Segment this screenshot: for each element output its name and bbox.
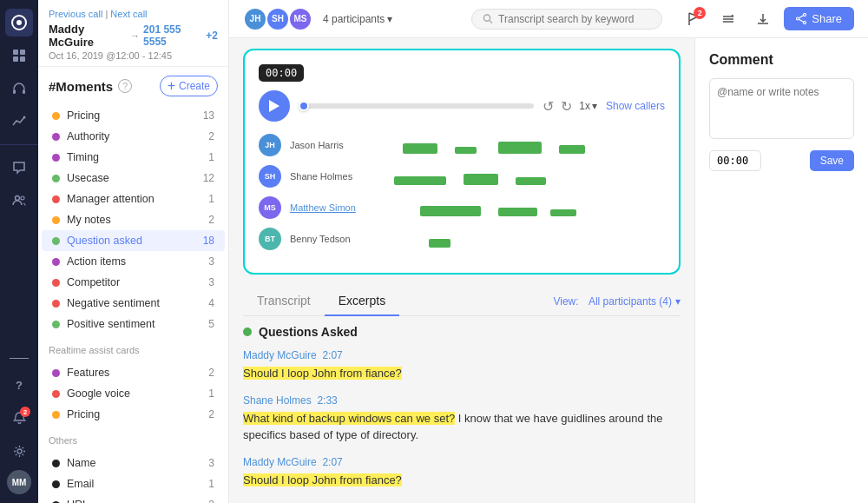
sidebar-item-timing[interactable]: Timing1 (42, 147, 225, 168)
notification-icon[interactable]: 2 (5, 404, 33, 432)
track-name: Jason Harris (290, 140, 368, 150)
sidebar-item-positive-sentiment[interactable]: Positive sentiment5 (42, 314, 225, 334)
section-title: Questions Asked (259, 325, 358, 339)
progress-bar[interactable] (299, 103, 534, 109)
transcript-text: What kind of backup windows can we set? … (243, 410, 681, 444)
speed-chevron: ▾ (592, 100, 597, 112)
team-icon[interactable] (5, 187, 33, 215)
avatar-2: SH (266, 7, 290, 31)
sidebar-item-manager-attention[interactable]: Manager attention1 (42, 189, 225, 209)
others-item-email[interactable]: Email1 (42, 473, 225, 494)
call-time: Oct 16, 2019 @12:00 - 12:45 (49, 50, 218, 61)
settings-icon[interactable] (5, 437, 33, 465)
transcript-meta: Maddy McGuire 2:07 (243, 349, 681, 361)
svg-line-21 (799, 16, 804, 18)
svg-point-12 (484, 15, 490, 21)
transcript-time: 2:07 (322, 456, 342, 468)
search-input[interactable] (498, 13, 651, 25)
participants-label[interactable]: 4 participants ▾ (323, 13, 392, 25)
comment-input[interactable] (709, 78, 854, 139)
speaker-name: Maddy McGuire (243, 456, 317, 468)
logo-icon[interactable] (5, 9, 33, 36)
sidebar-item-my-notes[interactable]: My notes2 (42, 209, 225, 230)
speaker-name: Maddy McGuire (243, 349, 317, 361)
search-icon (483, 13, 493, 24)
speed-control[interactable]: 1x ▾ (579, 100, 597, 112)
svg-point-9 (16, 196, 20, 201)
transcript-meta: Shane Holmes 2:33 (243, 394, 681, 407)
nav-separator (10, 358, 29, 360)
current-time: 00:00 (259, 64, 304, 82)
track-name[interactable]: Matthew Simon (290, 202, 368, 213)
svg-line-13 (490, 21, 492, 23)
track-row: SH Shane Holmes (259, 165, 665, 188)
track-row: JH Jason Harris (259, 134, 665, 156)
view-filter[interactable]: View: All participants (4) ▾ (553, 295, 681, 308)
previous-call-link[interactable]: Previous call (49, 9, 102, 19)
moments-help-icon[interactable]: ? (118, 79, 132, 93)
comment-time-input[interactable] (709, 150, 761, 171)
forward-icon[interactable]: ↻ (561, 98, 572, 115)
flag-icon[interactable]: 2 (680, 5, 707, 33)
comment-title: Comment (709, 52, 854, 68)
player-controls: ↺ ↻ 1x ▾ (542, 98, 597, 115)
others-item-url[interactable]: URL3 (42, 494, 225, 503)
tab-transcript[interactable]: Transcript (243, 287, 325, 316)
others-section-title: Others (38, 428, 228, 449)
download-icon[interactable] (749, 5, 777, 33)
share-button[interactable]: Share (784, 7, 854, 30)
chat-icon[interactable] (5, 154, 33, 182)
avatar-3: MS (288, 7, 312, 31)
play-button[interactable] (259, 90, 290, 122)
sidebar-item-negative-sentiment[interactable]: Negative sentiment4 (42, 293, 225, 314)
excerpts-container: Maddy McGuire 2:07 Should I loop John fr… (243, 349, 681, 488)
svg-rect-3 (20, 50, 25, 55)
sidebar-item-question-asked[interactable]: Question asked18 (42, 230, 225, 251)
show-callers-btn[interactable]: Show callers (606, 100, 665, 112)
section-header: Questions Asked (243, 325, 681, 339)
realtime-item-pricing[interactable]: Pricing2 (42, 404, 225, 425)
moments-header: #Moments ? + Create (38, 67, 228, 102)
caller-number: 201 555 5555 (143, 23, 202, 48)
svg-point-11 (17, 449, 22, 453)
avatar-1: JH (243, 7, 267, 31)
svg-rect-2 (13, 50, 18, 55)
sidebar-item-competitor[interactable]: Competitor3 (42, 272, 225, 293)
track-row: MS Matthew Simon (259, 196, 665, 219)
svg-point-20 (797, 17, 799, 20)
chart-icon[interactable] (5, 108, 33, 136)
track-wave (377, 230, 665, 248)
rewind-icon[interactable]: ↺ (542, 98, 554, 115)
sidebar-item-action-items[interactable]: Action items3 (42, 251, 225, 272)
tab-excerpts[interactable]: Excerpts (325, 287, 399, 316)
sidebar-item-usecase[interactable]: Usecase12 (42, 168, 225, 189)
home-icon[interactable] (5, 42, 33, 69)
track-row: BT Benny Tedson (259, 228, 665, 250)
transcript-text: Should I loop John from fiance? (243, 365, 681, 382)
realtime-item-features[interactable]: Features2 (42, 362, 225, 383)
user-avatar[interactable]: MM (7, 470, 31, 494)
others-item-name[interactable]: Name3 (42, 453, 225, 473)
save-button[interactable]: Save (810, 150, 854, 171)
realtime-section-title: Realtime assist cards (38, 338, 228, 359)
nav-bottom: ? 2 MM (5, 351, 33, 495)
realtime-item-google-voice[interactable]: Google voice1 (42, 383, 225, 404)
menu-icon[interactable] (714, 5, 742, 33)
main-area: JH SH MS 4 participants ▾ 2 Sha (229, 0, 868, 503)
top-actions: 2 Share (680, 5, 854, 33)
nav-divider (0, 144, 38, 145)
track-avatar: SH (259, 165, 281, 188)
sidebar-item-pricing[interactable]: Pricing13 (42, 105, 225, 126)
audio-card: 00:00 ↺ ↻ 1x ▾ (243, 49, 681, 275)
create-button[interactable]: + Create (160, 76, 218, 96)
content-area: 00:00 ↺ ↻ 1x ▾ (229, 38, 868, 503)
svg-rect-6 (13, 89, 16, 94)
headphones-icon[interactable] (5, 75, 33, 103)
help-icon[interactable]: ? (5, 371, 33, 399)
next-call-link[interactable]: Next call (110, 9, 147, 19)
tracks-container: JH Jason Harris SH Shane Holmes MS Matth… (259, 134, 665, 250)
transcript-text: Should I loop John from fiance? (243, 472, 681, 489)
sidebar-item-authority[interactable]: Authority2 (42, 126, 225, 147)
caller-name: Maddy McGuire (49, 23, 127, 49)
svg-point-8 (23, 116, 26, 119)
